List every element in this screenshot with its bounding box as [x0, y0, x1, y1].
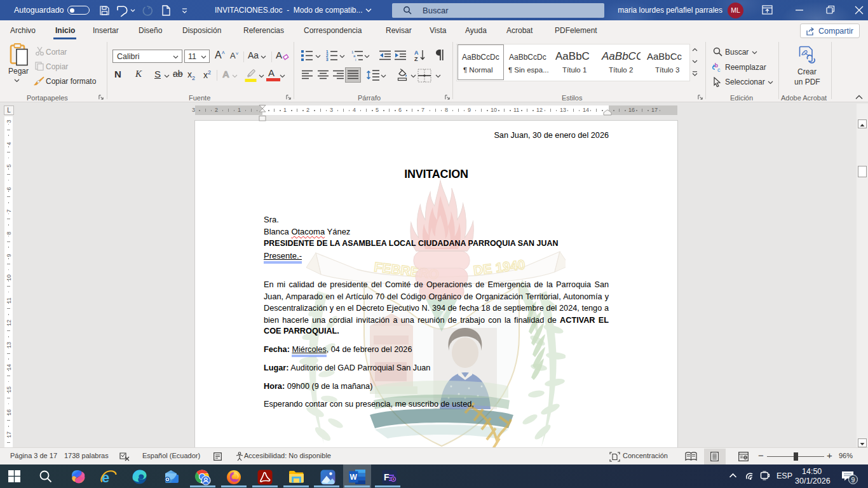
svg-text:i: i [355, 58, 356, 61]
svg-text:F: F [384, 472, 390, 482]
svg-text:W: W [350, 473, 358, 482]
svg-text:A: A [414, 50, 419, 56]
svg-text:Z: Z [414, 56, 418, 62]
svg-text:c: c [717, 67, 721, 72]
svg-text:3: 3 [326, 57, 329, 61]
